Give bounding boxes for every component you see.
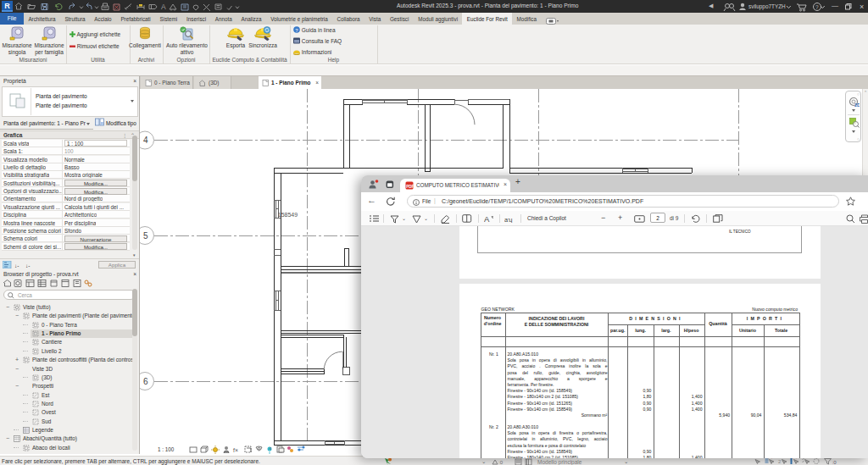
svg-text:↓‑: ↓‑ [25, 263, 30, 268]
svg-text:A: A [484, 214, 490, 224]
svg-text:158549: 158549 [278, 212, 298, 218]
svg-text:2D: 2D [854, 102, 860, 108]
svg-text:PDF: PDF [406, 185, 414, 189]
svg-text:2: 2 [778, 459, 782, 464]
svg-text::0: :0 [832, 460, 837, 465]
svg-text:6: 6 [143, 377, 148, 386]
svg-text:sviluppo7TYZH: sviluppo7TYZH [748, 3, 786, 10]
svg-text:4: 4 [143, 136, 148, 145]
svg-text:↓‑: ↓‑ [14, 263, 19, 268]
svg-text:Modello principale: Modello principale [537, 459, 582, 465]
svg-text:f×: f× [233, 447, 238, 453]
svg-text:A: A [161, 3, 166, 11]
svg-text:?: ? [815, 4, 819, 10]
svg-text:aʯ: aʯ [504, 216, 513, 224]
svg-text::0: :0 [498, 460, 504, 465]
svg-text:5: 5 [143, 231, 148, 241]
